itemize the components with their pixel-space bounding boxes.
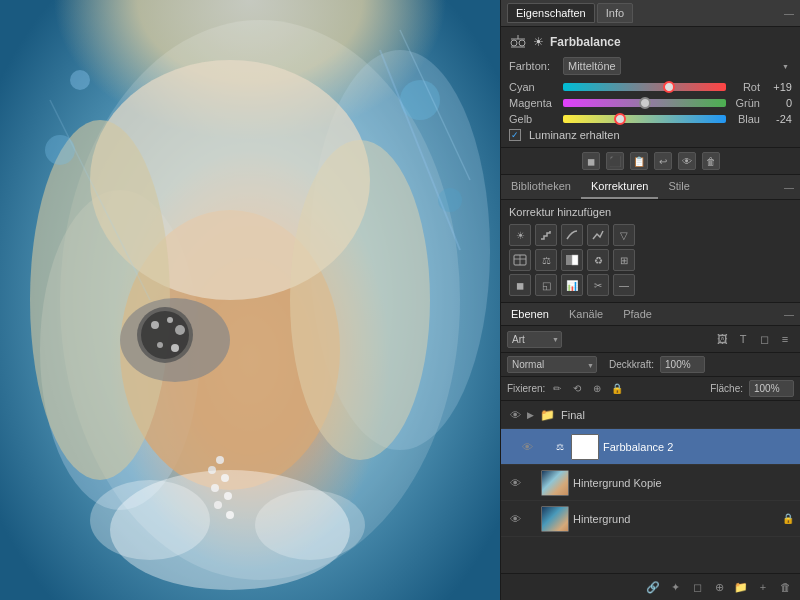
layer-tool-text[interactable]: T <box>734 330 752 348</box>
farbton-select[interactable]: Tiefen Mitteltöne Lichter <box>563 57 621 75</box>
korrektur-grid: ☀ ▽ <box>509 224 792 296</box>
tab-pfade[interactable]: Pfade <box>613 303 662 325</box>
layer-type-filter[interactable]: Art Pixel Anpassung Text Form <box>507 331 562 348</box>
add-mask-icon[interactable]: ◻ <box>688 578 706 596</box>
gelb-slider-thumb[interactable] <box>614 113 626 125</box>
korr-icon-invert[interactable]: ◱ <box>535 274 557 296</box>
luminanz-row: Luminanz erhalten <box>509 129 792 141</box>
luminanz-checkbox[interactable] <box>509 129 521 141</box>
section-tabs-left: Bibliotheken Korrekturen Stile <box>501 175 700 199</box>
tool-copy-icon[interactable]: 📋 <box>630 152 648 170</box>
korr-icon-photofilter[interactable]: ♻ <box>587 249 609 271</box>
layer-link-hk <box>527 478 537 488</box>
korr-icon-levels[interactable] <box>535 224 557 246</box>
folder-arrow-icon: ▶ <box>527 410 534 420</box>
cyan-slider-thumb[interactable] <box>663 81 675 93</box>
flaeche-input[interactable] <box>749 380 794 397</box>
layer-item-hintergrund[interactable]: 👁 Hintergrund 🔒 <box>501 501 800 537</box>
farbton-label: Farbton: <box>509 60 559 72</box>
farbbalance-title: Farbbalance <box>550 35 621 49</box>
korrekturen-section: Korrektur hinzufügen ☀ ▽ <box>501 200 800 303</box>
add-adjustment-icon[interactable]: ⊕ <box>710 578 728 596</box>
cyan-slider-track[interactable] <box>563 83 726 91</box>
korr-icon-colorlookup[interactable]: ◼ <box>509 274 531 296</box>
layer-lock-icon: 🔒 <box>782 513 794 525</box>
tool-undo-icon[interactable]: ↩ <box>654 152 672 170</box>
layer-eye-fb2[interactable]: 👁 <box>519 439 535 455</box>
gelb-slider-track[interactable] <box>563 115 726 123</box>
korrektur-row-2: ⚖ ♻ ⊞ <box>509 249 792 271</box>
opacity-input[interactable] <box>660 356 705 373</box>
korr-icon-gradient[interactable]: — <box>613 274 635 296</box>
toolbar-row: ◼ ⬛ 📋 ↩ 👁 🗑 <box>501 148 800 175</box>
korr-icon-vibrance[interactable]: ▽ <box>613 224 635 246</box>
cyan-rot-row: Cyan Rot +19 <box>509 81 792 93</box>
fix-icon-artboard[interactable]: ⊕ <box>589 381 605 397</box>
korr-icon-bw[interactable] <box>561 249 583 271</box>
layer-item-hintergrund-kopie[interactable]: 👁 Hintergrund Kopie <box>501 465 800 501</box>
add-group-icon[interactable]: 📁 <box>732 578 750 596</box>
ebenen-toolbar: Art Pixel Anpassung Text Form 🖼 T ◻ ≡ <box>501 326 800 353</box>
panel-top-bar: Eigenschaften Info — <box>501 0 800 27</box>
layer-adj-icon: ⚖ <box>553 440 567 454</box>
layer-item-farbbalance2[interactable]: 👁 ⚖ Farbbalance 2 <box>501 429 800 465</box>
blendmode-row: Normal Multiplizieren Abblenden Deckkraf… <box>501 353 800 377</box>
blau-label: Blau <box>730 113 760 125</box>
korr-icon-hsl[interactable] <box>509 249 531 271</box>
layer-folder-final[interactable]: 👁 ▶ 📁 Final <box>501 401 800 429</box>
korr-icon-threshold[interactable]: ✂ <box>587 274 609 296</box>
layers-list: 👁 ▶ 📁 Final 👁 ⚖ Farbbalance 2 👁 Hintergr… <box>501 401 800 573</box>
korr-icon-curves[interactable] <box>561 224 583 246</box>
tool-pixel-icon[interactable]: ⬛ <box>606 152 624 170</box>
layer-eye-h[interactable]: 👁 <box>507 511 523 527</box>
layer-name-hk: Hintergrund Kopie <box>573 477 794 489</box>
blend-mode-select[interactable]: Normal Multiplizieren Abblenden <box>507 356 597 373</box>
layer-eye-hk[interactable]: 👁 <box>507 475 523 491</box>
rot-label: Rot <box>730 81 760 93</box>
section-tabs: Bibliotheken Korrekturen Stile — <box>501 175 800 200</box>
korr-icon-colorbalance[interactable]: ⚖ <box>535 249 557 271</box>
fix-icon-draw[interactable]: ✏ <box>549 381 565 397</box>
fix-icon-move[interactable]: ⟲ <box>569 381 585 397</box>
farbbalance-scale-icon <box>509 33 527 51</box>
tool-eye-icon[interactable]: 👁 <box>678 152 696 170</box>
korr-icon-brightness[interactable]: ☀ <box>509 224 531 246</box>
gelb-value: -24 <box>764 113 792 125</box>
tab-info[interactable]: Info <box>597 3 633 23</box>
layer-tool-shape[interactable]: ◻ <box>755 330 773 348</box>
opacity-label: Deckkraft: <box>609 359 654 370</box>
fix-icon-lock[interactable]: 🔒 <box>609 381 625 397</box>
korrektur-title: Korrektur hinzufügen <box>509 206 792 218</box>
fixieren-label: Fixieren: <box>507 383 545 394</box>
tab-korrekturen[interactable]: Korrekturen <box>581 175 658 199</box>
korr-icon-channelmixer[interactable]: ⊞ <box>613 249 635 271</box>
panel-top-tabs: Eigenschaften Info <box>507 3 633 23</box>
delete-layer-icon[interactable]: 🗑 <box>776 578 794 596</box>
panel-collapse-btn[interactable]: — <box>784 8 794 19</box>
magenta-value: 0 <box>764 97 792 109</box>
farbbalance-section: ☀ Farbbalance Farbton: Tiefen Mitteltöne… <box>501 27 800 148</box>
layer-name-h: Hintergrund <box>573 513 778 525</box>
layer-link-h <box>527 514 537 524</box>
section-collapse-btn[interactable]: — <box>778 180 800 195</box>
tab-ebenen[interactable]: Ebenen <box>501 303 559 325</box>
korr-icon-exposure[interactable] <box>587 224 609 246</box>
korr-icon-posterize[interactable]: 📊 <box>561 274 583 296</box>
layer-eye-folder[interactable]: 👁 <box>507 407 523 423</box>
tab-stile[interactable]: Stile <box>658 175 699 199</box>
layer-tool-image[interactable]: 🖼 <box>713 330 731 348</box>
layer-thumb-fb2 <box>571 434 599 460</box>
tab-eigenschaften[interactable]: Eigenschaften <box>507 3 595 23</box>
tab-kanaele[interactable]: Kanäle <box>559 303 613 325</box>
farbbalance-header: ☀ Farbbalance <box>509 33 792 51</box>
tab-bibliotheken[interactable]: Bibliotheken <box>501 175 581 199</box>
tool-delete-icon[interactable]: 🗑 <box>702 152 720 170</box>
magenta-slider-thumb[interactable] <box>639 97 651 109</box>
layer-tool-more[interactable]: ≡ <box>776 330 794 348</box>
add-style-icon[interactable]: ✦ <box>666 578 684 596</box>
ebenen-collapse-btn[interactable]: — <box>778 307 800 322</box>
link-layers-icon[interactable]: 🔗 <box>644 578 662 596</box>
tool-mask-icon[interactable]: ◼ <box>582 152 600 170</box>
add-layer-icon[interactable]: + <box>754 578 772 596</box>
magenta-slider-track[interactable] <box>563 99 726 107</box>
